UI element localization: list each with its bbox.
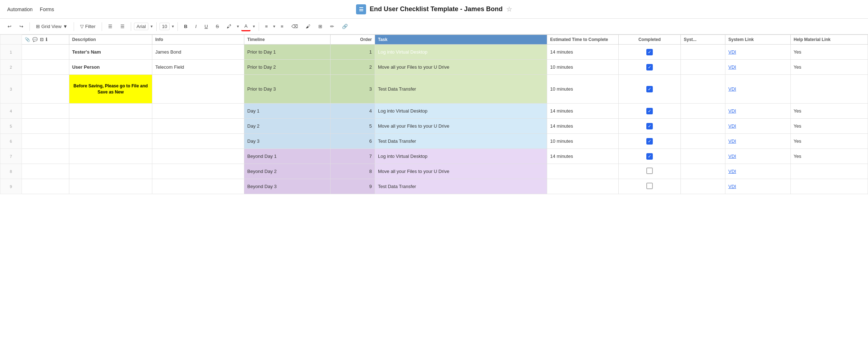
align-right-button[interactable]: ☰ <box>117 22 128 31</box>
vdi-link-5[interactable]: VDI <box>728 123 736 129</box>
timeline-beyond3[interactable]: Beyond Day 3 <box>244 179 331 194</box>
syst-3 <box>681 75 725 104</box>
order-4[interactable]: 4 <box>331 104 375 119</box>
completed-2[interactable]: ✓ <box>618 60 681 75</box>
task-3[interactable]: Test Data Transfer <box>375 75 547 104</box>
order-9[interactable]: 9 <box>331 179 375 194</box>
completed-6[interactable]: ✓ <box>618 134 681 149</box>
timeline-prior3[interactable]: Prior to Day 3 <box>244 75 331 104</box>
filter-icon: ▽ <box>80 24 84 29</box>
underline-button[interactable]: U <box>201 22 211 31</box>
syslink-2[interactable]: VDI <box>725 60 791 75</box>
row-number: 3 <box>0 75 22 104</box>
completed-1[interactable]: ✓ <box>618 45 681 60</box>
col-header-task: Task <box>375 35 547 45</box>
vdi-link-3[interactable]: VDI <box>728 86 736 92</box>
table-row: 9 Beyond Day 3 9 Test Data Transfer VDI <box>0 179 868 194</box>
timeline-beyond2[interactable]: Beyond Day 2 <box>244 164 331 179</box>
favorite-icon[interactable]: ☆ <box>506 5 512 13</box>
vdi-link-2[interactable]: VDI <box>728 64 736 70</box>
clear-format-button[interactable]: ⌫ <box>288 22 301 31</box>
strikethrough-button[interactable]: S <box>213 22 222 31</box>
task-1[interactable]: Log into Virtual Desktop <box>375 45 547 60</box>
font-size-arrow: ▼ <box>171 24 175 28</box>
paint-format-button[interactable]: 🖌 <box>303 22 314 31</box>
syslink-7[interactable]: VDI <box>725 149 791 164</box>
font-arrow: ▼ <box>150 24 153 28</box>
completed-9[interactable] <box>618 179 681 194</box>
col-header-timeline: Timeline <box>244 35 331 45</box>
italic-button[interactable]: I <box>192 22 200 31</box>
order-8[interactable]: 8 <box>331 164 375 179</box>
undo-button[interactable]: ↩ <box>4 22 15 31</box>
task-5[interactable]: Move all your Files to your U Drive <box>375 119 547 134</box>
draw-button[interactable]: ✏ <box>327 22 337 31</box>
task-8[interactable]: Move all your Files to your U Drive <box>375 164 547 179</box>
table-insert-button[interactable]: ⊞ <box>315 22 326 31</box>
vdi-link-1[interactable]: VDI <box>728 49 736 55</box>
redo-button[interactable]: ↪ <box>16 22 27 31</box>
vdi-link-6[interactable]: VDI <box>728 138 736 144</box>
completed-5[interactable]: ✓ <box>618 119 681 134</box>
link-button[interactable]: 🔗 <box>339 22 351 31</box>
grid-view-button[interactable]: ⊞ Grid View ▼ <box>33 22 71 31</box>
timeline-day3[interactable]: Day 3 <box>244 134 331 149</box>
font-color-arrow: ▼ <box>252 24 256 28</box>
list-format-button[interactable]: ≡ <box>277 22 287 31</box>
task-9[interactable]: Test Data Transfer <box>375 179 547 194</box>
table-row: 2 User Person Telecom Field Prior to Day… <box>0 60 868 75</box>
timeline-beyond1[interactable]: Beyond Day 1 <box>244 149 331 164</box>
user-value[interactable]: Telecom Field <box>152 60 244 75</box>
order-2[interactable]: 2 <box>331 60 375 75</box>
vdi-link-9[interactable]: VDI <box>728 184 736 189</box>
task-4[interactable]: Log into Virtual Desktop <box>375 104 547 119</box>
font-selector[interactable]: Arial <box>134 23 148 30</box>
order-7[interactable]: 7 <box>331 149 375 164</box>
highlight-arrow: ▼ <box>236 24 240 28</box>
order-1[interactable]: 1 <box>331 45 375 60</box>
checkbox-checked-icon: ✓ <box>646 86 653 92</box>
completed-4[interactable]: ✓ <box>618 104 681 119</box>
tester-value[interactable]: James Bond <box>152 45 244 60</box>
order-5[interactable]: 5 <box>331 119 375 134</box>
timeline-prior1[interactable]: Prior to Day 1 <box>244 45 331 60</box>
syst-2 <box>681 60 725 75</box>
table-row: 3 Before Saving, Please go to File and S… <box>0 75 868 104</box>
syslink-4[interactable]: VDI <box>725 104 791 119</box>
completed-7[interactable]: ✓ <box>618 149 681 164</box>
vdi-link-8[interactable]: VDI <box>728 169 736 174</box>
syslink-6[interactable]: VDI <box>725 134 791 149</box>
syslink-5[interactable]: VDI <box>725 119 791 134</box>
syslink-3[interactable]: VDI <box>725 75 791 104</box>
syslink-1[interactable]: VDI <box>725 45 791 60</box>
highlight-button[interactable]: 🖍 <box>223 22 235 31</box>
timeline-day2[interactable]: Day 2 <box>244 119 331 134</box>
font-size-selector[interactable]: 10 <box>160 23 170 30</box>
desc-4 <box>69 104 152 119</box>
timeline-prior2[interactable]: Prior to Day 2 <box>244 60 331 75</box>
menu-automation[interactable]: Automation <box>7 6 33 12</box>
completed-8[interactable] <box>618 164 681 179</box>
row-number: 9 <box>0 179 22 194</box>
menu-forms[interactable]: Forms <box>40 6 54 12</box>
task-2[interactable]: Move all your Files to your U Drive <box>375 60 547 75</box>
est-8 <box>547 164 618 179</box>
grid-view-arrow: ▼ <box>63 24 68 29</box>
top-bar: Automation Forms ☰ End User Checklist Te… <box>0 0 868 19</box>
order-3[interactable]: 3 <box>331 75 375 104</box>
task-7[interactable]: Log into Virtual Desktop <box>375 149 547 164</box>
align-left-button[interactable]: ☰ <box>105 22 116 31</box>
text-align-button[interactable]: ≡ <box>262 22 271 31</box>
bold-button[interactable]: B <box>181 22 190 31</box>
completed-3[interactable]: ✓ <box>618 75 681 104</box>
vdi-link-4[interactable]: VDI <box>728 108 736 114</box>
vdi-link-7[interactable]: VDI <box>728 154 736 159</box>
font-color-button[interactable]: A <box>241 22 251 31</box>
syslink-9[interactable]: VDI <box>725 179 791 194</box>
order-6[interactable]: 6 <box>331 134 375 149</box>
timeline-day1[interactable]: Day 1 <box>244 104 331 119</box>
sys-yes-6: Yes <box>791 134 868 149</box>
filter-button[interactable]: ▽ Filter <box>77 22 99 31</box>
task-6[interactable]: Test Data Transfer <box>375 134 547 149</box>
syslink-8[interactable]: VDI <box>725 164 791 179</box>
